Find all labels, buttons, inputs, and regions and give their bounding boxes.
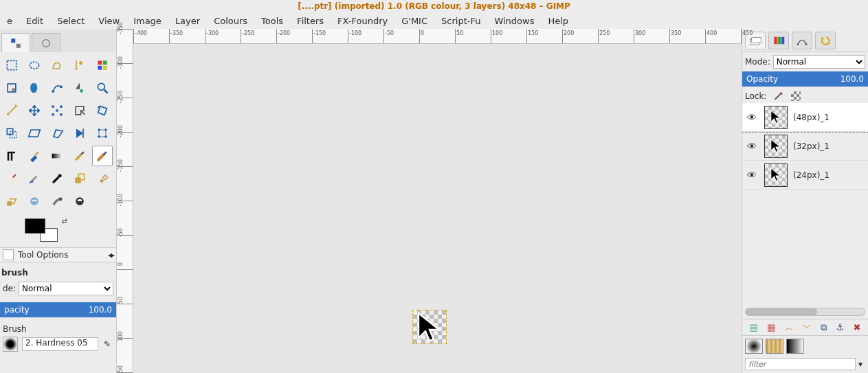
tool-dodge-burn[interactable] [69,191,90,212]
layer-mode-select[interactable]: Normal [773,55,865,69]
mode-select[interactable]: Normal [19,282,113,295]
delete-layer-button[interactable]: ✖ [853,322,860,332]
tool-scissors-select[interactable] [1,78,22,98]
toolbox-tab-secondary[interactable] [32,33,60,52]
pattern-swatch[interactable] [766,339,783,354]
image-content[interactable] [413,310,446,343]
tool-zoom[interactable] [92,78,113,98]
tool-clone[interactable] [69,168,90,189]
tool-bucket-fill[interactable] [24,146,45,166]
tool-options-body: brush de: Normal pacity 100.0 Brush 2. H… [0,262,116,373]
layers-hscroll[interactable] [745,308,865,316]
layer-group-button[interactable]: ▦ [767,322,775,332]
color-swatch[interactable]: ⇄ [25,218,58,242]
undo-tab[interactable] [815,32,836,49]
layer-thumb[interactable] [764,106,788,129]
layer-thumb[interactable] [764,135,788,158]
layer-opacity-slider[interactable]: Opacity 100.0 [742,71,868,87]
menu-e[interactable]: e [0,13,19,29]
layer-row[interactable]: 👁(32px)_1 [742,132,868,161]
tool-color-picker[interactable] [69,78,90,98]
visibility-icon[interactable]: 👁 [745,170,759,181]
layer-name[interactable]: (24px)_1 [793,170,830,180]
tool-pencil[interactable] [69,146,90,166]
tool-options-tab[interactable]: Tool Options ◂▸ [0,247,116,262]
menu-image[interactable]: Image [126,13,168,29]
menu-select[interactable]: Select [50,13,91,29]
channels-tab[interactable] [768,32,789,49]
brush-thumb[interactable] [3,337,18,352]
toolbox-tabs [0,29,116,52]
menu-scriptfu[interactable]: Script-Fu [434,13,487,29]
tool-shear[interactable] [24,123,45,144]
visibility-icon[interactable]: 👁 [745,112,759,123]
tool-ellipse-select[interactable] [24,55,45,76]
tool-ink[interactable] [47,168,67,189]
menu-gmic[interactable]: G'MIC [394,13,434,29]
layer-row[interactable]: 👁(48px)_1 [742,103,868,132]
tool-blur-sharpen[interactable] [24,191,45,212]
layer-row[interactable]: 👁(24px)_1 [742,161,868,190]
tool-blend[interactable] [47,146,67,166]
panel-menu-icon[interactable]: ◂▸ [108,250,113,260]
filter-input[interactable] [745,358,856,370]
menu-fxfoundry[interactable]: FX-Foundry [331,13,394,29]
horizontal-ruler[interactable]: -400-350-300-250-200-150-100-50050100150… [133,29,742,44]
lower-layer-button[interactable]: ﹀ [803,321,812,334]
layer-thumb[interactable] [764,163,788,187]
tool-paintbrush[interactable] [92,146,113,166]
tool-cage[interactable] [92,123,113,144]
tool-align[interactable] [47,100,67,121]
layer-name[interactable]: (32px)_1 [793,142,830,151]
menu-filters[interactable]: Filters [290,13,331,29]
menu-help[interactable]: Help [541,13,575,29]
tool-crop[interactable] [69,100,90,121]
menu-windows[interactable]: Windows [487,13,541,29]
tool-airbrush[interactable] [24,168,45,189]
brush-edit-icon[interactable]: ✎ [101,338,113,350]
tool-flip[interactable] [69,123,90,144]
tool-perspective[interactable] [47,123,67,144]
lock-pixels-icon[interactable] [773,91,784,102]
tool-rotate[interactable] [92,100,113,121]
svg-point-42 [805,43,808,45]
canvas[interactable] [133,44,742,373]
tool-move[interactable] [24,100,45,121]
raise-layer-button[interactable]: ︿ [785,321,794,334]
new-layer-button[interactable]: ▤ [750,322,758,332]
svg-rect-21 [98,106,107,115]
tool-rect-select[interactable] [1,55,22,76]
anchor-layer-button[interactable]: ⚓ [836,322,844,332]
brush-name-field[interactable]: 2. Hardness 05 [22,337,98,351]
duplicate-layer-button[interactable]: ⧉ [821,322,827,333]
tool-text[interactable] [1,146,22,166]
tool-perspective-clone[interactable] [1,191,22,212]
tool-scale[interactable] [1,123,22,144]
gradient-swatch[interactable] [786,339,804,354]
tool-heal[interactable] [92,168,113,189]
menu-edit[interactable]: Edit [19,13,50,29]
tool-smudge[interactable] [47,191,67,212]
paths-tab[interactable] [792,32,812,49]
fg-color[interactable] [25,218,45,234]
opacity-slider[interactable]: pacity 100.0 [0,302,116,317]
tool-foreground-select[interactable] [24,78,45,98]
tool-paths[interactable] [47,78,67,98]
tool-eraser[interactable] [1,168,22,189]
brush-swatch[interactable] [745,339,763,354]
tool-by-color-select[interactable] [92,55,113,76]
vertical-ruler[interactable]: -350-300-250-200-150-100-50050100150 [117,29,133,373]
swap-colors-icon[interactable]: ⇄ [62,217,67,225]
toolbox-tab-main[interactable] [1,33,30,52]
menu-layer[interactable]: Layer [168,13,207,29]
tool-fuzzy-select[interactable] [69,55,90,76]
svg-point-41 [797,43,799,45]
filter-clear-icon[interactable]: ▾ [856,359,865,369]
layer-name[interactable]: (48px)_1 [793,113,830,122]
tool-measure[interactable] [1,100,22,121]
menu-tools[interactable]: Tools [254,13,290,29]
lock-alpha-icon[interactable] [791,91,801,101]
tool-free-select[interactable] [47,55,67,76]
menu-colours[interactable]: Colours [207,13,254,29]
visibility-icon[interactable]: 👁 [745,141,759,152]
